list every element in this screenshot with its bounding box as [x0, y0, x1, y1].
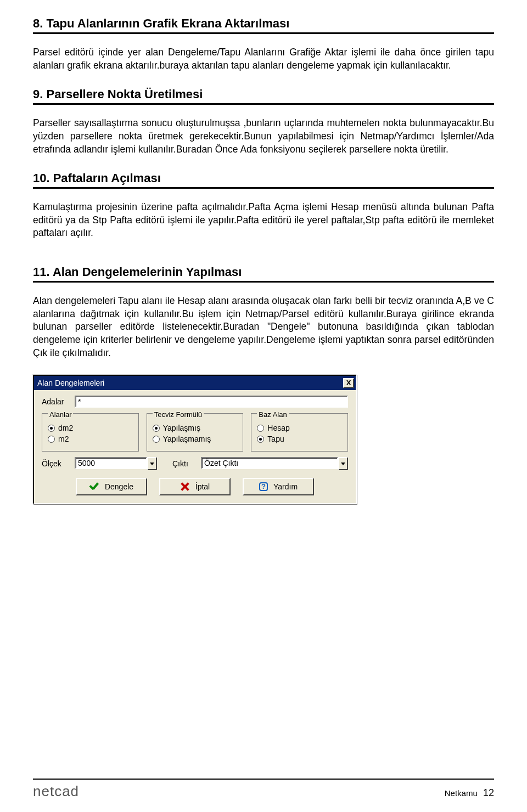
radio-label: dm2	[58, 424, 73, 432]
fieldset-tecviz: Tecviz Formülü Yapılaşmış Yapılaşmamış	[147, 413, 244, 452]
combo-olcek-value: 5000	[78, 459, 95, 467]
chevron-down-icon	[341, 463, 345, 465]
label-cikti: Çıktı	[172, 459, 197, 468]
radio-label: Yapılaşmamış	[163, 435, 211, 443]
radio-tecviz-yapilasmis[interactable]: Yapılaşmış	[153, 424, 238, 432]
iptal-button[interactable]: İptal	[159, 478, 231, 495]
fieldset-baz-alan: Baz Alan Hesap Tapu	[251, 413, 348, 452]
footer-page-number: 12	[483, 787, 494, 798]
heading-section-8: 8. Tapu Alanlarının Grafik Ekrana Aktarı…	[33, 16, 494, 31]
heading-section-10: 10. Paftaların Açılması	[33, 171, 494, 185]
radio-alanlar-dm2[interactable]: dm2	[48, 424, 133, 432]
heading-section-11: 11. Alan Dengelemelerinin Yapılması	[33, 265, 494, 279]
radio-label: Tapu	[267, 435, 284, 443]
help-icon: ?	[259, 482, 268, 491]
input-adalar-value: *	[78, 397, 81, 406]
cancel-icon	[180, 482, 190, 492]
heading-rule	[33, 103, 494, 105]
legend-alanlar: Alanlar	[48, 410, 73, 419]
page-footer: netcad Netkamu 12	[33, 779, 494, 800]
fieldsets-row: Alanlar dm2 m2 Tecviz Formülü	[42, 413, 348, 452]
radio-baz-tapu[interactable]: Tapu	[257, 435, 342, 443]
radio-alanlar-m2[interactable]: m2	[48, 435, 133, 443]
para-section-8: Parsel editörü içinde yer alan Dengeleme…	[33, 46, 494, 72]
dengele-button[interactable]: Dengele	[76, 478, 147, 495]
footer-rule	[33, 779, 494, 780]
radio-icon	[257, 425, 264, 432]
combo-cikti-value: Özet Çıktı	[204, 459, 238, 467]
close-icon: X	[346, 379, 351, 387]
combo-cikti[interactable]: Özet Çıktı	[201, 457, 348, 470]
heading-rule	[33, 32, 494, 34]
legend-baz-alan: Baz Alan	[257, 410, 288, 419]
row-adalar: Adalar *	[42, 396, 348, 408]
radio-icon	[153, 425, 160, 432]
radio-icon	[48, 436, 55, 443]
footer-logo: netcad	[33, 783, 79, 800]
heading-rule	[33, 281, 494, 283]
footer-page-info: Netkamu 12	[445, 787, 494, 799]
fieldset-alanlar: Alanlar dm2 m2	[42, 413, 139, 452]
radio-baz-hesap[interactable]: Hesap	[257, 424, 342, 432]
button-label: Yardım	[273, 482, 298, 491]
combo-cikti-button[interactable]	[338, 457, 348, 470]
combo-olcek-button[interactable]	[147, 457, 157, 470]
chevron-down-icon	[150, 463, 154, 465]
para-section-10: Kamulaştırma projesinin üzerine pafta aç…	[33, 201, 494, 240]
row-olcek-cikti: Ölçek 5000 Çıktı Özet Çıktı	[42, 457, 348, 470]
legend-tecviz: Tecviz Formülü	[153, 410, 204, 419]
para-section-11: Alan dengelemeleri Tapu alanı ile Hesap …	[33, 295, 494, 359]
label-olcek: Ölçek	[42, 459, 70, 468]
button-label: Dengele	[105, 482, 133, 491]
dialog-alan-dengelemeleri: Alan Dengelemeleri X Adalar * Alanlar dm…	[33, 375, 357, 504]
combo-olcek[interactable]: 5000	[75, 457, 157, 470]
close-button[interactable]: X	[343, 378, 354, 388]
para-section-9: Parseller sayısallaştırma sonucu oluştur…	[33, 117, 494, 156]
radio-label: Hesap	[267, 424, 289, 432]
input-adalar[interactable]: *	[75, 396, 348, 408]
dialog-title: Alan Dengelemeleri	[37, 379, 104, 387]
radio-icon	[153, 436, 160, 443]
radio-label: Yapılaşmış	[163, 424, 200, 432]
radio-label: m2	[58, 435, 69, 443]
radio-icon	[48, 425, 55, 432]
radio-tecviz-yapilasmamis[interactable]: Yapılaşmamış	[153, 435, 238, 443]
check-icon	[89, 482, 99, 492]
heading-rule	[33, 187, 494, 189]
yardim-button[interactable]: ? Yardım	[243, 478, 314, 495]
footer-doc-name: Netkamu	[445, 788, 478, 798]
heading-section-9: 9. Parsellere Nokta Üretilmesi	[33, 87, 494, 101]
label-adalar: Adalar	[42, 397, 75, 406]
dialog-button-row: Dengele İptal ? Yardım	[42, 478, 348, 495]
button-label: İptal	[195, 482, 210, 491]
dialog-titlebar[interactable]: Alan Dengelemeleri X	[34, 376, 356, 390]
radio-icon	[257, 436, 264, 443]
dialog-body: Adalar * Alanlar dm2 m2	[34, 390, 356, 503]
